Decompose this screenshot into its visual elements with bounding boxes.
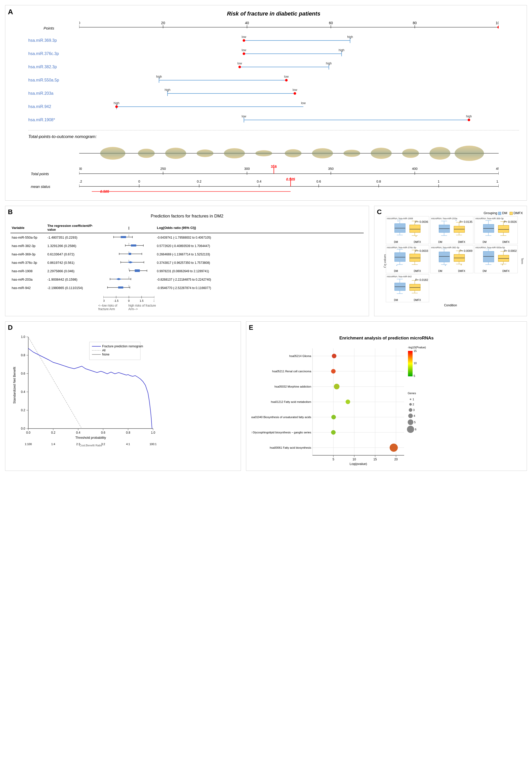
svg-point-26 — [238, 66, 241, 68]
svg-point-52 — [165, 148, 186, 159]
svg-text:60: 60 — [329, 21, 333, 25]
svg-text:4: 4 — [414, 414, 415, 417]
dm-swatch — [498, 212, 501, 215]
svg-text:1.5: 1.5 — [140, 299, 143, 302]
svg-text:1:100: 1:100 — [25, 442, 32, 446]
plot-2 — [102, 242, 155, 250]
svg-point-153 — [397, 220, 398, 221]
svg-point-160 — [416, 236, 417, 237]
svg-text:low: low — [242, 35, 246, 39]
svg-point-58 — [344, 150, 360, 157]
bp-title-6: microRNA: hsa-miR-550a-5p — [475, 246, 517, 249]
bp-x-dm-3: DM — [483, 241, 487, 243]
plot-4 — [102, 258, 155, 267]
coef-7: -2.1980865 (0.1110154) — [46, 284, 102, 292]
bp-title-5: microRNA: hsa-miR-382-3p — [431, 246, 472, 249]
svg-text:All: All — [102, 349, 105, 352]
svg-point-332 — [408, 419, 413, 425]
svg-text:1.0: 1.0 — [151, 431, 155, 434]
col-coef: The regression coefficient/P-value — [46, 222, 102, 233]
svg-text:1:4: 1:4 — [51, 442, 55, 446]
mirna-row-7: hsa.miR.1908* low high — [28, 115, 519, 125]
bp-svg-3 — [475, 220, 518, 240]
svg-text:-1.5: -1.5 — [114, 299, 119, 302]
panel-d-label: D — [8, 324, 13, 331]
svg-text:0.4: 0.4 — [76, 431, 80, 434]
svg-text:low: low — [293, 88, 297, 92]
mirna-bar-3: low high — [74, 62, 499, 72]
svg-rect-199 — [439, 252, 450, 262]
svg-text:0.8: 0.8 — [126, 431, 130, 434]
svg-text:5: 5 — [332, 458, 334, 461]
plot-3 — [102, 250, 155, 258]
bp-title-1: microRNA: hsa-miR-1908 — [387, 217, 428, 220]
bp-x-dmfx-3: DMFX — [502, 241, 509, 243]
mirna-bar-6: high low — [74, 102, 499, 112]
mirna-bar-2: low high — [74, 49, 499, 59]
panel-e-title: Enrichment analysis of prediction microR… — [251, 335, 522, 341]
logor-3: 0.2664669 (-1.13667714 to 1.5252133) — [155, 250, 364, 258]
var-4: has-miR-376c-3p — [10, 258, 46, 267]
panel-b: B Prediction factors for fractures in DM… — [5, 206, 369, 316]
svg-text:80: 80 — [413, 21, 417, 25]
forest-row-4: has-miR-376c-3p 0.8619742 (0.561) — [10, 258, 364, 267]
svg-text:1.2: 1.2 — [496, 180, 499, 183]
panel-a-label: A — [8, 8, 13, 16]
svg-point-36 — [294, 92, 296, 95]
svg-point-31 — [285, 79, 288, 81]
svg-point-334 — [407, 426, 414, 433]
svg-text:hsa05211 Renal cell carcinoma: hsa05211 Renal cell carcinoma — [272, 370, 312, 373]
svg-point-173 — [456, 220, 457, 221]
bp-x-dm-2: DM — [438, 241, 442, 243]
bp-x-dmfx-1: DMFX — [414, 241, 421, 243]
bp-svg-1 — [386, 220, 429, 240]
svg-point-313 — [334, 384, 340, 389]
svg-point-316 — [331, 430, 335, 435]
bp-x-dm-7: DM — [394, 299, 398, 301]
bp-x-dmfx-7: DMFX — [414, 299, 421, 301]
panel-e: E Enrichment analysis of prediction micr… — [246, 321, 527, 471]
svg-line-272 — [28, 337, 82, 429]
bp-x-dm-5: DM — [438, 270, 442, 273]
dca-plot: 0.0 0.2 0.4 0.6 0.8 1.0 Standardized Net… — [10, 334, 236, 447]
svg-text:Log(pvalue): Log(pvalue) — [350, 462, 367, 465]
svg-text:2: 2 — [413, 403, 414, 406]
bp-x-dm-1: DM — [394, 241, 398, 243]
svg-text:3: 3 — [413, 408, 415, 412]
svg-text:0: 0 — [79, 21, 80, 25]
bp-title-7: microRNA: hsa-miR-942 — [387, 275, 428, 278]
svg-point-324 — [410, 398, 411, 400]
svg-text:400: 400 — [412, 167, 418, 171]
mirna-name-3: hsa.miR.382.3p — [28, 65, 74, 69]
svg-text:0.505: 0.505 — [286, 177, 295, 181]
panel-d: D 0.0 0.2 0.4 0.6 — [5, 321, 241, 471]
dm-label: DM — [502, 211, 507, 215]
panel-c: C Grouping DM DMFX Term Cq values microR — [374, 206, 527, 316]
mean-status-axis: -0.2 0 0.2 0.4 0.6 0.8 1 — [79, 177, 499, 195]
svg-text:5: 5 — [414, 421, 416, 424]
svg-point-330 — [408, 414, 413, 418]
svg-text:low: low — [242, 115, 246, 118]
mirna-bar-4: high low — [74, 75, 499, 85]
col-variable: Variable — [10, 222, 46, 233]
coef-2: 1.3291266 (0.2586) — [46, 242, 102, 250]
dca-svg: 0.0 0.2 0.4 0.6 0.8 1.0 Standardized Net… — [10, 334, 236, 447]
mirna-bar-1: low high — [74, 35, 499, 45]
svg-text:1: 1 — [438, 180, 439, 183]
svg-text:hsa00061 Fatty acid biosynthes: hsa00061 Fatty acid biosynthesis — [270, 446, 311, 449]
svg-point-54 — [224, 148, 245, 158]
mirna-row-3: hsa.miR.382.3p low high — [28, 62, 519, 72]
bp-title-4: microRNA: hsa-miR-376c-3p — [387, 246, 428, 249]
svg-text:high: high — [114, 102, 119, 105]
bp-x-dmfx-4: DMFX — [414, 270, 421, 273]
svg-text:Genes: Genes — [408, 392, 416, 395]
svg-text:hsa00604 Glycosphingolipid bio: hsa00604 Glycosphingolipid biosynthesis … — [251, 431, 311, 434]
svg-text:Threshold probability: Threshold probability — [75, 436, 106, 439]
mirna-name-4: hsa.miR.550a.5p — [28, 78, 74, 82]
plot-1 — [102, 233, 155, 242]
svg-text:0.2: 0.2 — [197, 180, 202, 183]
mirna-bar-5: high low — [74, 88, 499, 99]
bp-svg-2 — [430, 220, 473, 240]
points-scale: 0 20 40 60 80 100 — [79, 20, 499, 32]
svg-point-225 — [502, 264, 503, 265]
